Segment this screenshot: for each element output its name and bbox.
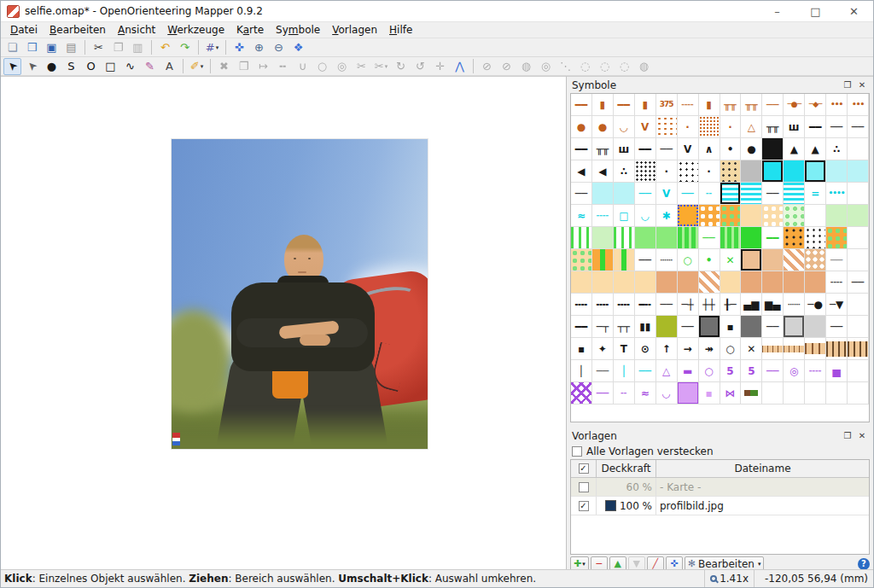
symbol-cell[interactable]: ••• xyxy=(848,94,869,116)
symbol-cell[interactable]: • xyxy=(720,138,742,160)
symbol-cell[interactable] xyxy=(720,271,742,294)
symbol-cell[interactable]: ▮▮ xyxy=(635,316,656,338)
symbol-cell[interactable] xyxy=(805,271,826,294)
symbol-cell[interactable]: ── xyxy=(762,316,784,338)
symbol-cell[interactable] xyxy=(784,205,805,227)
symbol-cell[interactable]: ▪ xyxy=(720,316,742,338)
symbol-cell[interactable] xyxy=(784,160,805,183)
template-filename[interactable]: - Karte - xyxy=(656,478,869,496)
symbol-cell[interactable] xyxy=(784,316,805,338)
symbol-cell[interactable]: 5 xyxy=(741,360,762,382)
symbol-cell[interactable]: ╌ xyxy=(614,382,635,405)
symbol-cell[interactable] xyxy=(805,338,826,360)
symbol-cell[interactable]: ── xyxy=(656,294,678,316)
template-opacity-cell[interactable]: 60 % xyxy=(597,478,656,496)
symbol-cell[interactable] xyxy=(592,227,614,249)
template-row-profilbild-jpg[interactable]: ✓100 %profilbild.jpg xyxy=(571,497,869,515)
symbol-cell[interactable] xyxy=(741,160,762,183)
symbol-cell[interactable]: ╌╌ xyxy=(678,94,699,116)
symbol-cell[interactable] xyxy=(678,227,699,249)
header-checkbox[interactable]: ✓ xyxy=(579,463,589,474)
symbol-cell[interactable]: → xyxy=(678,338,699,360)
symbol-cell[interactable]: ↠ xyxy=(699,338,720,360)
symbol-cell[interactable]: ● xyxy=(592,116,614,138)
symbol-cell[interactable] xyxy=(699,116,720,138)
symbol-cell[interactable] xyxy=(699,205,720,227)
symbol-cell[interactable]: · xyxy=(720,116,742,138)
menu-werkzeuge[interactable]: Werkzeuge xyxy=(161,23,230,37)
symbol-cell[interactable]: ∴ xyxy=(826,138,848,160)
symbol-cell[interactable]: ── xyxy=(762,94,784,116)
maximize-button[interactable]: □ xyxy=(796,1,835,21)
symbol-cell[interactable] xyxy=(720,227,742,249)
symbol-cell[interactable] xyxy=(805,249,826,271)
symbol-cell[interactable]: ╥╥ xyxy=(720,94,742,116)
symbol-cell[interactable]: ━━ xyxy=(571,138,592,160)
symbol-cell[interactable] xyxy=(720,183,742,205)
symbol-cell[interactable] xyxy=(635,227,656,249)
symbol-cell[interactable] xyxy=(762,160,784,183)
symbol-cell[interactable]: ── xyxy=(571,183,592,205)
symbol-cell[interactable]: ◎ xyxy=(784,360,805,382)
symbol-cell[interactable] xyxy=(805,227,826,249)
symbol-cell[interactable] xyxy=(805,316,826,338)
float-panel-icon[interactable]: ❐ xyxy=(842,79,854,91)
symbol-cell[interactable]: ╥╥ xyxy=(762,116,784,138)
symbol-cell[interactable] xyxy=(826,338,848,360)
symbol-cell[interactable] xyxy=(656,116,678,138)
minimize-button[interactable]: – xyxy=(758,1,796,21)
pan-map-button[interactable]: ✜ xyxy=(230,39,248,56)
symbol-cell[interactable]: 5 xyxy=(720,360,742,382)
symbol-cell[interactable] xyxy=(571,249,592,271)
symbol-cell[interactable] xyxy=(571,227,592,249)
symbol-cell[interactable]: ── xyxy=(635,249,656,271)
symbol-cell[interactable]: · xyxy=(656,160,678,183)
symbol-cell[interactable]: ╂─ xyxy=(720,294,742,316)
symbol-cell[interactable]: 375 xyxy=(656,94,678,116)
draw-circle-button[interactable]: O xyxy=(82,58,100,75)
configure-grid-button[interactable]: #▾ xyxy=(203,39,221,56)
symbol-cell[interactable]: • xyxy=(699,249,720,271)
symbol-cell[interactable] xyxy=(805,160,826,183)
menu-hilfe[interactable]: Hilfe xyxy=(383,23,418,37)
symbol-cell[interactable]: ⊙ xyxy=(635,338,656,360)
symbol-cell[interactable] xyxy=(741,205,762,227)
symbol-cell[interactable]: ━━ xyxy=(635,138,656,160)
symbol-cell[interactable]: ── xyxy=(826,116,848,138)
menu-vorlagen[interactable]: Vorlagen xyxy=(326,23,383,37)
symbol-cell[interactable]: ▮ xyxy=(635,94,656,116)
symbol-cell[interactable]: ─● xyxy=(805,294,826,316)
symbol-cell[interactable]: ── xyxy=(656,138,678,160)
open-map-button[interactable]: ❒ xyxy=(23,39,41,56)
symbol-cell[interactable]: ○ xyxy=(678,249,699,271)
header-deckkraft[interactable]: Deckkraft xyxy=(597,460,656,477)
save-map-button[interactable]: ▣ xyxy=(43,39,61,56)
symbol-cell[interactable]: ≈ xyxy=(571,205,592,227)
symbol-cell[interactable]: △ xyxy=(741,116,762,138)
symbol-cell[interactable]: ▮ xyxy=(592,94,614,116)
symbol-cell[interactable] xyxy=(720,205,742,227)
symbol-cell[interactable]: │ xyxy=(571,360,592,382)
symbol-cell[interactable]: ╌ xyxy=(699,183,720,205)
symbol-cell[interactable] xyxy=(741,249,762,271)
template-visible-checkbox[interactable]: ✓ xyxy=(579,501,589,511)
symbol-cell[interactable] xyxy=(826,160,848,183)
symbol-cell[interactable] xyxy=(762,271,784,294)
symbol-cell[interactable]: ─┼ xyxy=(678,294,699,316)
symbol-cell[interactable]: ↑ xyxy=(656,338,678,360)
symbol-cell[interactable] xyxy=(699,316,720,338)
symbol-cell[interactable]: = xyxy=(805,183,826,205)
symbol-cell[interactable]: ── xyxy=(635,183,656,205)
map-canvas[interactable] xyxy=(1,76,566,571)
symbol-cell[interactable] xyxy=(762,338,784,360)
symbol-cell[interactable]: ш xyxy=(614,138,635,160)
symbol-cell[interactable]: V xyxy=(678,138,699,160)
print-map-button[interactable]: ▤ xyxy=(62,39,80,56)
hide-all-templates-checkbox[interactable] xyxy=(572,446,582,457)
symbol-cell[interactable]: ✦ xyxy=(592,338,614,360)
symbol-cell[interactable]: ▲ xyxy=(784,138,805,160)
symbol-cell[interactable] xyxy=(592,183,614,205)
close-button[interactable]: ✕ xyxy=(835,1,873,21)
symbol-cell[interactable]: V xyxy=(635,116,656,138)
symbol-cell[interactable]: ✕ xyxy=(720,249,742,271)
